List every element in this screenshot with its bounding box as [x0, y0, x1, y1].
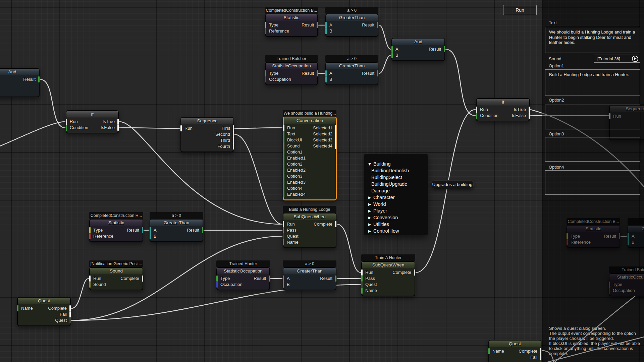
triangle-right-icon: ▶	[368, 228, 373, 234]
menu-item-buildingdemolish[interactable]: BuildingDemolish	[364, 167, 428, 174]
wire-layer-overlay	[0, 0, 644, 362]
triangle-down-icon: ▼	[368, 161, 373, 167]
menu-item-label: BuildingDemolish	[371, 167, 409, 174]
menu-item-player[interactable]: ▶Player	[364, 207, 428, 214]
context-menu: ▼BuildingBuildingDemolishBuildingSelectB…	[364, 154, 428, 235]
node-editor-stage: AndResultCompletedConstruction B...Stati…	[0, 0, 644, 362]
menu-item-buildingupgrade[interactable]: BuildingUpgrade	[364, 181, 428, 187]
run-button[interactable]: Run	[503, 5, 537, 15]
menu-item-control-flow[interactable]: ▶Control flow	[364, 228, 428, 234]
triangle-right-icon: ▶	[368, 214, 373, 221]
menu-item-label: Building	[373, 161, 391, 167]
triangle-right-icon: ▶	[368, 207, 373, 214]
menu-item-label: Character	[373, 194, 395, 201]
menu-item-conversion[interactable]: ▶Conversion	[364, 214, 428, 221]
menu-item-utilities[interactable]: ▶Utilities	[364, 221, 428, 228]
menu-item-label: BuildingUpgrade	[371, 181, 407, 187]
wire[interactable]	[542, 351, 554, 362]
menu-item-label: BuildingSelect	[371, 174, 402, 181]
menu-item-label: World	[373, 201, 386, 207]
menu-item-label: Utilities	[373, 221, 389, 228]
menu-item-building[interactable]: ▼Building	[364, 161, 428, 167]
menu-item-buildingselect[interactable]: BuildingSelect	[364, 174, 428, 181]
menu-item-world[interactable]: ▶World	[364, 201, 428, 207]
tooltip-text: Upgrades a building	[432, 182, 472, 187]
menu-item-character[interactable]: ▶Character	[364, 194, 428, 201]
tooltip: Upgrades a building	[431, 180, 474, 189]
menu-item-damage[interactable]: Damage	[364, 187, 428, 194]
menu-item-label: Player	[373, 207, 387, 214]
triangle-right-icon: ▶	[368, 221, 373, 228]
menu-item-label: Damage	[371, 187, 390, 194]
wire[interactable]	[543, 336, 644, 362]
menu-item-label: Conversion	[373, 214, 398, 221]
triangle-right-icon: ▶	[368, 201, 373, 207]
triangle-right-icon: ▶	[368, 194, 373, 201]
wire[interactable]	[550, 296, 635, 362]
menu-item-label: Control flow	[373, 228, 399, 234]
